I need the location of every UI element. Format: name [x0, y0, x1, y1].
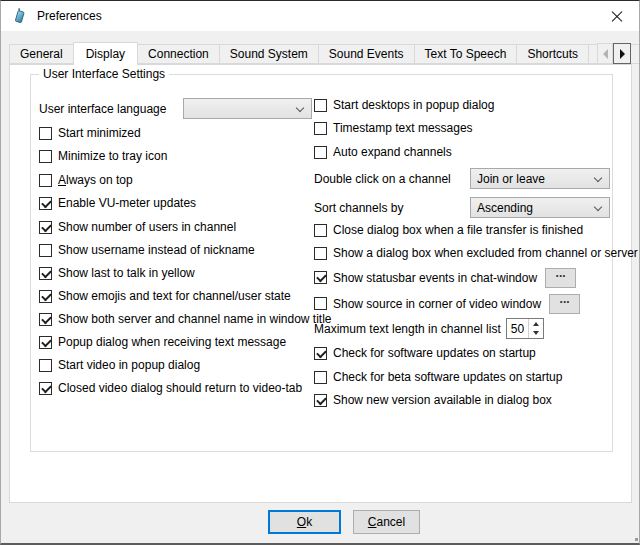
checkbox[interactable] — [39, 127, 52, 140]
sort-channels-select[interactable]: Ascending — [470, 197, 610, 218]
checkbox-row[interactable]: Minimize to tray icon — [39, 149, 167, 163]
tab-bar: General Display Connection Sound System … — [9, 42, 631, 64]
max-text-length-spinner[interactable]: 50 — [506, 318, 544, 339]
tab-general[interactable]: General — [9, 44, 74, 64]
checkbox[interactable] — [314, 146, 327, 159]
sort-channels-label: Sort channels by — [314, 201, 403, 215]
checkbox[interactable] — [314, 271, 327, 284]
double-click-label: Double click on a channel — [314, 172, 451, 186]
max-text-length-label: Maximum text length in channel list — [314, 322, 501, 336]
checkbox[interactable] — [314, 297, 327, 310]
checkbox[interactable] — [39, 244, 52, 257]
window-title: Preferences — [37, 9, 102, 23]
display-tab-page: User Interface Settings User interface l… — [9, 64, 632, 503]
ellipsis-icon: ... — [560, 295, 570, 304]
checkbox[interactable] — [39, 174, 52, 187]
teamtalk-app-icon — [12, 8, 28, 24]
double-click-row: Double click on a channel Join or leave — [314, 168, 612, 189]
arrow-down-icon — [533, 331, 539, 335]
language-select[interactable] — [183, 98, 312, 119]
checkbox[interactable] — [314, 394, 327, 407]
ellipsis-icon: ... — [556, 269, 566, 278]
checkbox[interactable] — [39, 336, 52, 349]
spinner-value[interactable]: 50 — [507, 319, 528, 338]
user-interface-settings-group: User Interface Settings User interface l… — [30, 74, 613, 452]
language-label: User interface language — [39, 102, 166, 116]
checkbox-row[interactable]: Auto expand channels — [314, 145, 452, 159]
resize-grip[interactable] — [630, 533, 633, 536]
double-click-select[interactable]: Join or leave — [470, 168, 610, 189]
tab-connection[interactable]: Connection — [137, 44, 220, 64]
checkbox-row[interactable]: Show last to talk in yellow — [39, 266, 195, 280]
video-source-row[interactable]: Show source in corner of video window ..… — [314, 293, 580, 314]
checkbox-row[interactable]: Enable VU-meter updates — [39, 196, 196, 210]
arrow-right-icon — [620, 49, 625, 59]
checkbox-row[interactable]: Show emojis and text for channel/user st… — [39, 289, 291, 303]
checkbox[interactable] — [314, 347, 327, 360]
close-button[interactable] — [594, 1, 639, 31]
groupbox-title: User Interface Settings — [39, 67, 169, 81]
tab-scroll-left-button — [597, 43, 613, 64]
tab-display[interactable]: Display — [73, 42, 138, 65]
checkbox[interactable] — [314, 99, 327, 112]
tab-sound-system[interactable]: Sound System — [219, 44, 319, 64]
chevron-down-icon — [594, 174, 602, 182]
max-text-length-row: Maximum text length in channel list 50 — [314, 318, 544, 339]
checkbox-row[interactable]: Check for software updates on startup — [314, 346, 536, 360]
checkbox[interactable] — [314, 371, 327, 384]
spinner-up-button[interactable] — [529, 319, 543, 329]
checkbox-row[interactable]: Show a dialog box when excluded from cha… — [314, 246, 638, 260]
checkbox[interactable] — [39, 267, 52, 280]
sort-channels-row: Sort channels by Ascending — [314, 197, 612, 218]
checkbox-row[interactable]: Check for beta software updates on start… — [314, 370, 562, 384]
checkbox[interactable] — [39, 197, 52, 210]
checkbox[interactable] — [39, 313, 52, 326]
chevron-down-icon — [594, 203, 602, 211]
checkbox-row[interactable]: Closed video dialog should return to vid… — [39, 381, 302, 395]
checkbox-row[interactable]: Always on top — [39, 173, 133, 187]
tab-text-to-speech[interactable]: Text To Speech — [414, 44, 518, 64]
checkbox[interactable] — [314, 122, 327, 135]
checkbox[interactable] — [39, 150, 52, 163]
close-icon — [611, 10, 623, 22]
tab-scroll-right-button[interactable] — [613, 43, 631, 64]
tab-scroll-buttons — [597, 43, 631, 64]
preferences-dialog: Preferences General Display Connection S… — [0, 0, 640, 545]
checkbox-row[interactable]: Show username instead of nickname — [39, 243, 255, 257]
checkbox[interactable] — [39, 359, 52, 372]
ok-button[interactable]: Ok — [268, 510, 341, 534]
arrow-left-icon — [603, 49, 608, 59]
tab-shortcuts[interactable]: Shortcuts — [516, 44, 589, 64]
titlebar: Preferences — [1, 1, 639, 31]
checkbox-row[interactable]: Show new version available in dialog box — [314, 393, 552, 407]
checkbox[interactable] — [314, 224, 327, 237]
spinner-buttons — [528, 319, 543, 338]
arrow-up-icon — [533, 322, 539, 326]
tab-sound-events[interactable]: Sound Events — [318, 44, 415, 64]
cancel-button[interactable]: Cancel — [353, 510, 420, 534]
video-source-more-button[interactable]: ... — [549, 294, 580, 314]
checkbox[interactable] — [39, 290, 52, 303]
chevron-down-icon — [296, 104, 304, 112]
checkbox-row[interactable]: Timestamp text messages — [314, 121, 473, 135]
statusbar-events-more-button[interactable]: ... — [545, 268, 576, 288]
checkbox-row[interactable]: Show both server and channel name in win… — [39, 312, 332, 326]
checkbox-row[interactable]: Start video in popup dialog — [39, 358, 200, 372]
checkbox-row[interactable]: Show number of users in channel — [39, 220, 236, 234]
checkbox-row[interactable]: Start desktops in popup dialog — [314, 98, 494, 112]
checkbox[interactable] — [39, 221, 52, 234]
checkbox-row[interactable]: Start minimized — [39, 126, 141, 140]
checkbox-row[interactable]: Close dialog box when a file transfer is… — [314, 223, 583, 237]
checkbox[interactable] — [314, 247, 327, 260]
checkbox-row[interactable]: Popup dialog when receiving text message — [39, 335, 286, 349]
statusbar-events-row[interactable]: Show statusbar events in chat-window ... — [314, 267, 576, 288]
spinner-down-button[interactable] — [529, 329, 543, 339]
checkbox[interactable] — [39, 382, 52, 395]
